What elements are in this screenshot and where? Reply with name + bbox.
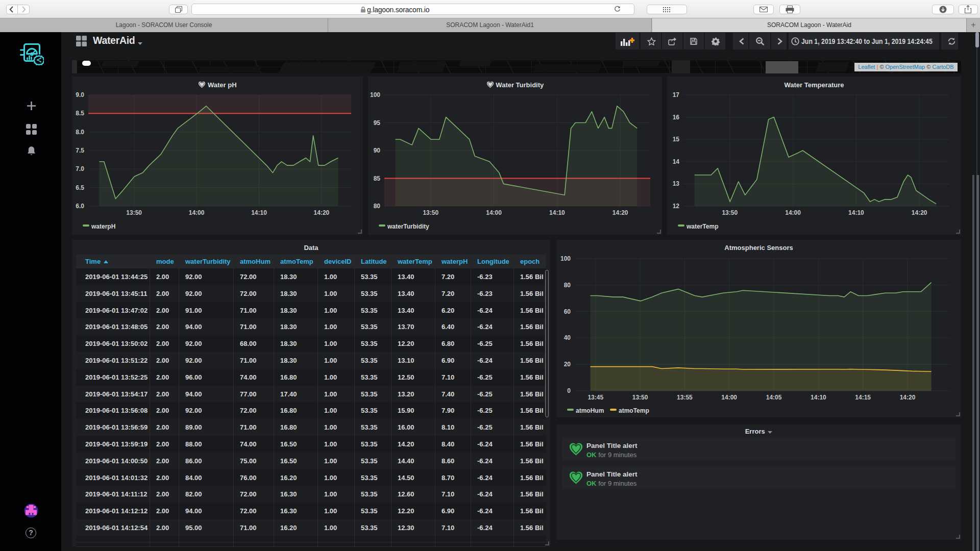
svg-text:13:45: 13:45 [587, 394, 603, 401]
svg-text:14:20: 14:20 [900, 394, 916, 401]
svg-text:0: 0 [567, 387, 571, 394]
svg-text:80: 80 [374, 203, 381, 210]
svg-text:14:15: 14:15 [855, 394, 871, 401]
svg-text:atmoTemp: atmoTemp [619, 407, 649, 414]
svg-text:14:00: 14:00 [721, 394, 737, 401]
svg-text:6.5: 6.5 [76, 184, 84, 191]
svg-text:14:10: 14:10 [549, 209, 565, 216]
svg-text:13:50: 13:50 [722, 209, 738, 216]
svg-text:60: 60 [564, 308, 571, 315]
svg-text:14:10: 14:10 [811, 394, 826, 401]
svg-text:6.0: 6.0 [76, 203, 84, 210]
svg-text:100: 100 [560, 255, 571, 262]
svg-text:14:00: 14:00 [189, 209, 205, 216]
svg-text:17: 17 [673, 91, 680, 98]
svg-text:100: 100 [370, 91, 380, 98]
svg-text:8.0: 8.0 [76, 129, 84, 136]
svg-text:40: 40 [564, 334, 571, 341]
svg-text:waterTemp: waterTemp [686, 223, 718, 230]
svg-text:9.0: 9.0 [76, 91, 84, 98]
svg-text:15: 15 [673, 136, 680, 143]
svg-text:14: 14 [673, 158, 680, 165]
svg-text:waterpH: waterpH [91, 223, 115, 230]
svg-text:16: 16 [673, 114, 680, 121]
svg-text:13: 13 [673, 180, 680, 187]
svg-text:20: 20 [564, 361, 571, 368]
svg-text:14:20: 14:20 [612, 209, 628, 216]
svg-text:7.5: 7.5 [76, 147, 84, 154]
svg-text:13:50: 13:50 [126, 209, 142, 216]
svg-text:14:10: 14:10 [848, 209, 864, 216]
svg-text:12: 12 [673, 203, 680, 210]
svg-text:13:50: 13:50 [632, 394, 648, 401]
svg-text:80: 80 [564, 282, 571, 289]
svg-text:8.5: 8.5 [76, 110, 84, 117]
svg-text:95: 95 [374, 119, 381, 127]
svg-text:7.0: 7.0 [76, 165, 84, 172]
svg-text:14:00: 14:00 [486, 209, 502, 216]
svg-text:14:20: 14:20 [314, 209, 330, 216]
svg-text:14:05: 14:05 [766, 394, 782, 401]
svg-text:waterTurbidity: waterTurbidity [387, 223, 429, 230]
svg-text:atmoHum: atmoHum [576, 407, 604, 414]
svg-text:13:55: 13:55 [677, 394, 693, 401]
svg-text:85: 85 [374, 175, 381, 182]
svg-text:14:00: 14:00 [785, 209, 801, 216]
svg-text:14:20: 14:20 [912, 209, 927, 216]
svg-text:13:50: 13:50 [423, 209, 438, 216]
svg-text:90: 90 [374, 147, 381, 154]
svg-text:14:10: 14:10 [251, 209, 267, 216]
